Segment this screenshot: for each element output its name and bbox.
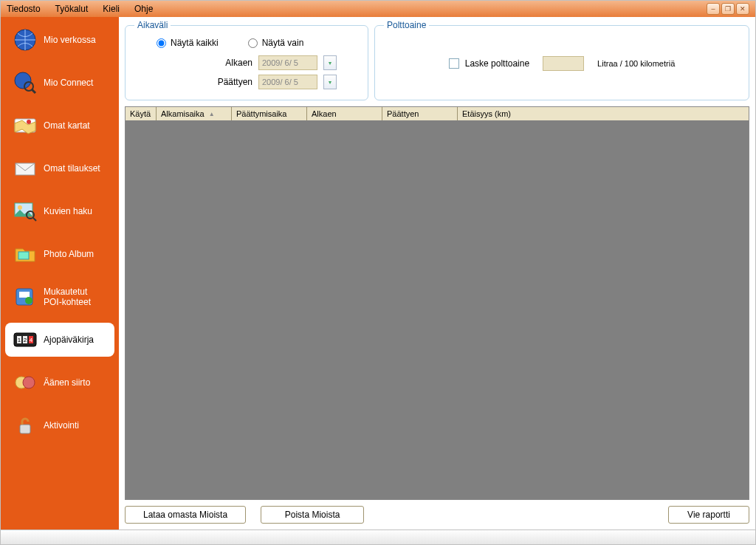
sidebar-item-photo-album[interactable]: Photo Album <box>5 237 114 271</box>
date-to-label: Päättyen <box>216 77 252 87</box>
sidebar-item-label: Omat tilaukset <box>44 163 100 174</box>
sidebar-item-custom-poi[interactable]: Mukautetut POI-kohteet <box>5 280 114 314</box>
sidebar-item-label: Äänen siirto <box>44 377 90 388</box>
maximize-button[interactable]: ❐ <box>721 3 735 15</box>
col-use[interactable]: Käytä <box>126 107 157 120</box>
svg-rect-24 <box>20 425 30 433</box>
sidebar-item-label: Photo Album <box>44 249 94 259</box>
sidebar-item-label: Mio verkossa <box>44 35 96 45</box>
fieldset-fuel-legend: Polttoaine <box>384 20 429 30</box>
checkbox-calc-fuel-box[interactable] <box>449 58 459 69</box>
bottom-buttons: Lataa omasta Mioista Poista Mioista Vie … <box>125 506 749 524</box>
picture-search-icon <box>13 199 38 224</box>
svg-point-5 <box>27 120 31 124</box>
sidebar-item-trip-log[interactable]: 124 Ajopäiväkirja <box>5 323 114 357</box>
svg-line-10 <box>33 218 36 221</box>
sidebar-item-label: Omat kartat <box>44 120 90 131</box>
col-from[interactable]: Alkaen <box>307 107 382 120</box>
svg-point-1 <box>15 72 31 89</box>
radio-show-only-label: Näytä vain <box>262 38 304 48</box>
load-from-mio-button[interactable]: Lataa omasta Mioista <box>125 506 246 524</box>
sidebar-item-label: Ajopäiväkirja <box>44 335 94 345</box>
fieldset-date-range: Aikaväli Näytä kaikki Näytä vain Alkaen <box>125 20 368 100</box>
sidebar-item-image-search[interactable]: Kuvien haku <box>5 194 114 228</box>
menubar: Tiedosto Työkalut Kieli Ohje – ❐ ✕ <box>1 1 755 17</box>
date-from-input[interactable]: 2009/ 6/ 5 <box>258 55 317 70</box>
poi-icon <box>13 284 38 309</box>
globe-search-icon <box>13 70 38 95</box>
sidebar-item-label: Aktivointi <box>44 420 79 431</box>
fuel-unit-label: Litraa / 100 kilometriä <box>597 59 675 68</box>
date-from-label: Alkaen <box>216 58 252 68</box>
main-panel: Aikaväli Näytä kaikki Näytä vain Alkaen <box>119 17 755 529</box>
fieldset-date-range-legend: Aikaväli <box>134 20 171 30</box>
trip-grid-body[interactable] <box>126 120 749 499</box>
sidebar-item-mio-connect[interactable]: Mio Connect <box>5 66 114 100</box>
trip-grid: Käytä Alkamisaika ▲ Päättymisaika Alkaen… <box>125 106 749 500</box>
status-bar <box>1 529 755 544</box>
date-to-dropdown[interactable]: ▾ <box>323 75 337 89</box>
voice-icon <box>13 370 38 395</box>
svg-point-14 <box>25 297 32 304</box>
sidebar-item-label: Mio Connect <box>44 78 93 88</box>
sidebar-item-my-maps[interactable]: Omat kartat <box>5 109 114 143</box>
checkbox-calc-fuel-label: Laske polttoaine <box>465 58 529 69</box>
minimize-button[interactable]: – <box>707 3 720 15</box>
menu-help[interactable]: Ohje <box>134 4 153 14</box>
svg-rect-13 <box>19 292 30 298</box>
svg-rect-11 <box>18 252 29 259</box>
col-start-time-label: Alkamisaika <box>161 109 205 118</box>
sort-asc-icon: ▲ <box>209 111 215 117</box>
radio-show-all[interactable]: Näytä kaikki <box>157 38 219 48</box>
close-button[interactable]: ✕ <box>736 3 749 15</box>
folder-photo-icon <box>13 241 38 267</box>
sidebar-item-my-subscriptions[interactable]: Omat tilaukset <box>5 151 114 185</box>
col-end-time[interactable]: Päättymisaika <box>232 107 307 120</box>
sidebar: Mio verkossa Mio Connect Omat kartat Oma… <box>1 17 119 529</box>
sidebar-item-label: Kuvien haku <box>44 206 92 216</box>
radio-show-only-input[interactable] <box>248 38 258 48</box>
radio-show-all-input[interactable] <box>157 38 166 48</box>
delete-from-mio-button[interactable]: Poista Mioista <box>261 506 364 524</box>
menu-language[interactable]: Kieli <box>103 4 120 14</box>
fuel-value-input[interactable] <box>543 56 584 71</box>
svg-text:4: 4 <box>30 337 33 343</box>
col-to[interactable]: Päättyen <box>382 107 458 120</box>
sidebar-item-voice-transfer[interactable]: Äänen siirto <box>5 366 114 400</box>
checkbox-calc-fuel[interactable]: Laske polttoaine <box>449 58 529 69</box>
menu-file[interactable]: Tiedosto <box>7 4 41 14</box>
svg-line-3 <box>32 89 35 93</box>
export-report-button[interactable]: Vie raportti <box>668 506 749 524</box>
map-icon <box>13 113 38 138</box>
radio-show-all-label: Näytä kaikki <box>171 38 219 48</box>
svg-point-23 <box>23 377 35 388</box>
fieldset-fuel: Polttoaine Laske polttoaine Litraa / 100… <box>374 20 749 100</box>
svg-text:2: 2 <box>24 337 27 343</box>
odometer-icon: 124 <box>13 327 38 352</box>
col-start-time[interactable]: Alkamisaika ▲ <box>157 107 232 120</box>
date-from-dropdown[interactable]: ▾ <box>323 55 337 70</box>
svg-point-8 <box>18 205 22 210</box>
sidebar-item-activation[interactable]: Aktivointi <box>5 408 114 442</box>
app-window: Tiedosto Työkalut Kieli Ohje – ❐ ✕ Mio v… <box>0 0 756 545</box>
sidebar-item-label: Mukautetut POI-kohteet <box>44 287 107 307</box>
radio-show-only[interactable]: Näytä vain <box>248 38 304 48</box>
window-controls: – ❐ ✕ <box>707 3 749 15</box>
envelope-icon <box>13 156 38 181</box>
menu-tools[interactable]: Työkalut <box>55 4 89 14</box>
filter-row: Aikaväli Näytä kaikki Näytä vain Alkaen <box>125 20 749 100</box>
lock-icon <box>13 413 38 438</box>
sidebar-item-mio-online[interactable]: Mio verkossa <box>5 23 114 57</box>
svg-text:1: 1 <box>18 337 21 343</box>
trip-grid-header: Käytä Alkamisaika ▲ Päättymisaika Alkaen… <box>126 107 749 120</box>
col-distance[interactable]: Etäisyys (km) <box>458 107 535 120</box>
globe-icon <box>13 27 38 52</box>
date-to-input[interactable]: 2009/ 6/ 5 <box>258 75 317 89</box>
app-body: Mio verkossa Mio Connect Omat kartat Oma… <box>1 17 755 529</box>
